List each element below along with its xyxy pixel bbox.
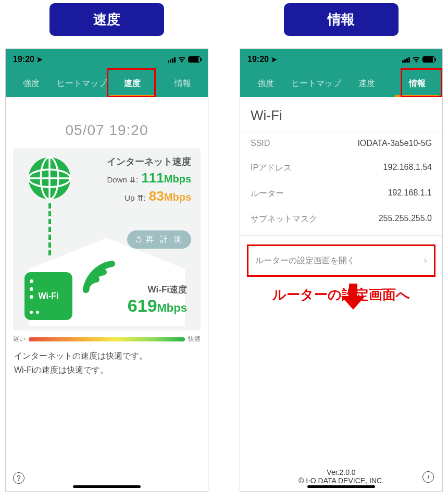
speed-card: インターネット速度 Down ⇊: 111Mbps Up ⇈: 83Mbps [13,148,201,330]
wifi-speed-unit: Mbps [157,301,187,314]
open-router-settings-button[interactable]: ルーターの設定画面を開く [247,245,435,276]
version-text: Ver.2.0.0 [240,468,442,476]
up-unit: Mbps [164,191,191,203]
router-label: Wi-Fi [39,291,59,301]
upload-row: Up ⇈: 83Mbps [107,188,191,204]
row-router: ルーター 192.168.1.1 [240,181,442,206]
router-value: 192.168.1.1 [388,188,432,199]
ip-key: IPアドレス [251,163,292,174]
copyright-text: © I-O DATA DEVICE, INC. [240,476,442,485]
signal-icon [168,56,176,63]
row-subnet: サブネットマスク 255.255.255.0 [240,206,442,232]
ssid-value: IODATA-3a5e10-5G [357,139,432,148]
down-value: 111 [141,170,164,186]
router-key: ルーター [251,188,284,199]
status-bar: 19:20 ➤ [6,49,208,70]
title-pill-info: 情報 [284,3,399,36]
down-label: Down ⇊: [107,175,139,184]
battery-icon [188,56,201,63]
download-row: Down ⇊: 111Mbps [107,170,191,186]
tab-speed[interactable]: 速度 [341,70,392,97]
home-indicator [73,485,141,488]
globe-icon [28,156,71,200]
wifi-signal-icon [81,248,133,295]
subnet-value: 255.255.255.0 [379,214,432,225]
ip-value: 192.168.1.54 [383,163,432,174]
tab-strength[interactable]: 強度 [6,70,56,97]
divider [240,235,442,236]
up-value: 83 [149,188,164,204]
speed-content: 05/07 19:20 インターネット速度 Down ⇊: 111Mbps [6,97,208,491]
speed-legend: 遅い 快適 [13,335,201,344]
signal-icon [402,56,410,63]
wifi-speed-label: Wi-Fi速度 [128,284,187,296]
internet-speed-label: インターネット速度 [107,155,191,168]
tab-info[interactable]: 情報 [392,70,442,97]
subnet-key: サブネットマスク [251,214,317,225]
summary-text: インターネットの速度は快適です。 Wi-Fiの速度は快適です。 [14,349,200,377]
tab-heatmap[interactable]: ヒートマップ [56,70,107,97]
phone-screen-speed: 19:20 ➤ 強度 ヒートマップ 速度 情報 05/07 19:20 [5,48,208,492]
wifi-section-title: Wi-Fi [240,97,442,131]
tab-strength[interactable]: 強度 [240,70,291,97]
location-icon: ➤ [36,55,43,64]
wifi-speed-value: 619 [128,296,157,315]
help-icon[interactable]: ? [13,472,24,484]
info-content: Wi-Fi SSID IODATA-3a5e10-5G IPアドレス 192.1… [240,97,442,491]
down-unit: Mbps [164,173,191,185]
location-icon: ➤ [271,55,277,64]
svg-rect-5 [349,284,357,296]
legend-slow: 遅い [13,335,26,344]
ssid-key: SSID [251,139,270,148]
legend-gradient [29,337,185,341]
summary-line-2: Wi-Fiの速度は快適です。 [14,363,200,377]
footer: Ver.2.0.0 © I-O DATA DEVICE, INC. [240,468,442,485]
status-time: 19:20 [247,55,269,64]
legend-fast: 快適 [188,335,201,344]
title-pill-speed: 速度 [49,3,164,36]
tab-bar: 強度 ヒートマップ 速度 情報 [240,70,442,97]
tab-speed[interactable]: 速度 [107,70,157,97]
info-icon[interactable]: i [422,471,434,483]
home-indicator [307,485,375,488]
phone-screen-info: 19:20 ➤ 強度 ヒートマップ 速度 情報 Wi-Fi SSID [240,48,443,492]
tab-heatmap[interactable]: ヒートマップ [291,70,341,97]
summary-line-1: インターネットの速度は快適です。 [14,349,200,363]
row-ssid: SSID IODATA-3a5e10-5G [240,131,442,155]
tab-bar: 強度 ヒートマップ 速度 情報 [6,70,208,97]
tab-info[interactable]: 情報 [157,70,208,97]
status-time: 19:20 [13,55,34,64]
battery-icon [422,56,435,63]
wifi-icon [178,56,186,63]
status-bar: 19:20 ➤ [240,49,442,70]
wifi-icon [412,56,420,63]
row-ip: IPアドレス 192.168.1.54 [240,155,442,181]
router-icon: Wi-Fi [24,272,72,320]
measurement-timestamp: 05/07 19:20 [6,97,208,139]
up-label: Up ⇈: [125,193,146,202]
open-router-label: ルーターの設定画面を開く [255,255,355,266]
